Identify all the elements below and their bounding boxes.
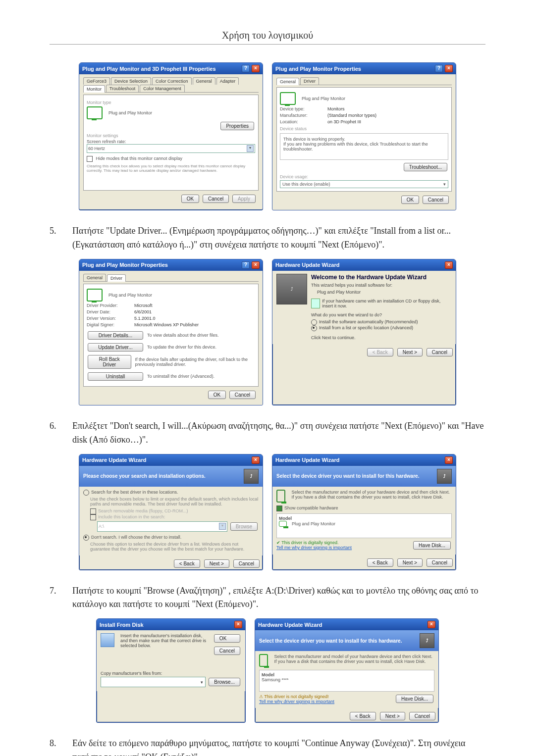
device-status-panel: This device is working properly. If you … <box>280 133 448 160</box>
device-usage-combo[interactable]: Use this device (enable) ▾ <box>280 180 448 188</box>
radio-search[interactable] <box>83 490 89 496</box>
wizard-banner-icon: ⤴ <box>276 274 307 304</box>
close-icon[interactable]: × <box>252 456 260 464</box>
figure-row-prop: Plug and Play Monitor and 3D Prophet III… <box>50 62 485 210</box>
chevron-down-icon[interactable]: ▾ <box>219 523 226 530</box>
uninstall-desc: To uninstall the driver (Advanced). <box>147 374 214 379</box>
tab-color-management[interactable]: Color Management <box>140 85 185 92</box>
chk-include-loc[interactable] <box>90 514 96 520</box>
tab-adapter[interactable]: Adapter <box>216 77 239 85</box>
refresh-combo[interactable]: 60 Hertz ▾ <box>87 144 255 153</box>
tab-device-selection[interactable]: Device Selection <box>111 77 151 85</box>
troubleshoot-button[interactable]: Troubleshoot... <box>404 163 447 171</box>
tab-driver[interactable]: Driver <box>300 77 319 85</box>
tab-geforce3[interactable]: GeForce3 <box>83 77 110 85</box>
browse-button[interactable]: Browse... <box>209 678 240 686</box>
next-button[interactable]: Next > <box>380 712 405 720</box>
cd-icon <box>311 299 320 308</box>
help-icon[interactable]: ? <box>435 65 443 72</box>
monitor-icon <box>280 92 296 105</box>
why-signing-link[interactable]: Tell me why driver signing is important <box>259 699 334 704</box>
ok-button[interactable]: OK <box>214 634 240 643</box>
cancel-button[interactable]: Cancel <box>427 558 453 567</box>
titlebar-text: Hardware Update Wizard <box>275 457 340 463</box>
close-icon[interactable]: × <box>234 621 242 628</box>
help-icon[interactable]: ? <box>242 65 250 72</box>
cancel-button[interactable]: Cancel <box>427 348 453 356</box>
tab-general[interactable]: General <box>276 78 299 85</box>
close-icon[interactable]: × <box>252 261 260 269</box>
select-driver-desc: Select the manufacturer and model of you… <box>291 490 452 503</box>
back-button[interactable]: < Back <box>174 559 200 568</box>
back-button[interactable]: < Back <box>367 558 393 567</box>
uninstall-button[interactable]: Uninstall <box>88 372 143 381</box>
tab-color-correction[interactable]: Color Correction <box>152 77 192 85</box>
browse-button[interactable]: Browse <box>230 522 258 531</box>
close-icon[interactable]: × <box>428 621 435 628</box>
close-icon[interactable]: × <box>445 261 453 269</box>
sign-status: This driver is digitally signed. <box>281 540 338 545</box>
sign-status: This driver is not digitally signed! <box>264 694 328 699</box>
next-button[interactable]: Next > <box>397 558 423 567</box>
tab-general[interactable]: General <box>193 77 215 85</box>
chevron-down-icon[interactable]: ▾ <box>443 182 446 187</box>
model-header: Model <box>262 672 432 677</box>
model-value[interactable]: Plug and Play Monitor <box>292 521 335 526</box>
help-icon[interactable]: ? <box>242 261 250 269</box>
cancel-button[interactable]: Cancel <box>214 647 240 655</box>
back-button[interactable]: < Back <box>367 348 393 356</box>
apply-button[interactable]: Apply <box>232 195 256 203</box>
chk-removable[interactable] <box>90 508 96 514</box>
cancel-button[interactable]: Cancel <box>233 559 260 568</box>
tab-monitor[interactable]: Monitor <box>83 85 105 93</box>
tab-driver[interactable]: Driver <box>107 274 126 282</box>
ok-button[interactable]: OK <box>181 195 199 203</box>
close-icon[interactable]: × <box>252 65 260 72</box>
cancel-button[interactable]: Cancel <box>229 391 256 399</box>
radio-list[interactable] <box>311 325 317 331</box>
next-button[interactable]: Next > <box>397 348 423 356</box>
cancel-button[interactable]: Cancel <box>423 196 449 204</box>
manufacturer-label: Manufacturer: <box>280 113 324 118</box>
cancel-button[interactable]: Cancel <box>203 195 229 203</box>
chevron-down-icon[interactable]: ▾ <box>247 145 254 152</box>
tab-general[interactable]: General <box>83 274 106 281</box>
close-icon[interactable]: × <box>445 65 453 72</box>
titlebar-text: Hardware Update Wizard <box>258 622 322 628</box>
cancel-button[interactable]: Cancel <box>409 712 435 720</box>
model-value[interactable]: Samsung **** <box>262 677 432 682</box>
update-driver-button[interactable]: Update Driver... <box>88 343 143 352</box>
radio-auto[interactable] <box>311 319 317 325</box>
location-combo[interactable]: A:\▾ <box>97 521 227 532</box>
chevron-down-icon[interactable]: ▾ <box>201 680 203 685</box>
close-icon[interactable]: × <box>445 456 453 464</box>
step-5: 5. Πατήστε "Update Driver... (Ενημέρωση … <box>50 224 485 252</box>
titlebar-text: Hardware Update Wizard <box>82 457 147 463</box>
chk-removable-label: Search removable media (floppy, CD-ROM..… <box>98 508 188 513</box>
copy-from-combo[interactable]: ▾ <box>101 677 206 687</box>
back-button[interactable]: < Back <box>350 712 376 720</box>
wizard-icon: ⤴ <box>437 469 452 484</box>
driver-details-desc: To view details about the driver files. <box>147 333 219 338</box>
have-disk-button[interactable]: Have Disk... <box>396 695 433 703</box>
hide-modes-description: Clearing this check box allows you to se… <box>87 164 255 173</box>
hide-modes-checkbox[interactable] <box>87 156 93 162</box>
chk-compatible[interactable] <box>276 505 282 511</box>
properties-button[interactable]: Properties <box>220 122 254 130</box>
monitor-icon <box>259 654 268 667</box>
ok-button[interactable]: OK <box>208 391 226 399</box>
step-6-number: 6. <box>50 419 72 447</box>
have-disk-button[interactable]: Have Disk... <box>413 541 451 550</box>
radio-dont-search[interactable] <box>83 535 89 541</box>
next-button[interactable]: Next > <box>204 559 229 568</box>
driver-details-button[interactable]: Driver Details... <box>88 331 143 340</box>
wizard-continue-hint: Click Next to continue. <box>311 335 452 340</box>
rollback-driver-button[interactable]: Roll Back Driver <box>88 355 131 369</box>
monitor-name: Plug and Play Monitor <box>108 110 152 115</box>
tab-row: GeForce3 Device Selection Color Correcti… <box>83 77 259 93</box>
why-signing-link[interactable]: Tell me why driver signing is important <box>276 545 352 550</box>
wizard-heading: Welcome to the Hardware Update Wizard <box>311 274 452 281</box>
ok-button[interactable]: OK <box>401 196 419 204</box>
tab-troubleshoot[interactable]: Troubleshoot <box>106 85 139 92</box>
monitor-name: Plug and Play Monitor <box>108 293 152 298</box>
